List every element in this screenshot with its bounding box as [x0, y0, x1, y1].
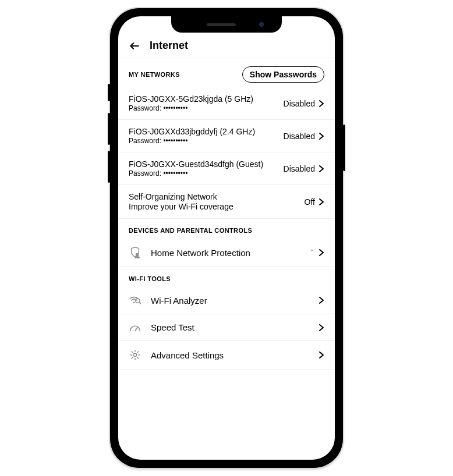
page-title: Internet	[150, 40, 188, 52]
svg-point-2	[133, 301, 135, 303]
network-status: Disabled	[284, 99, 315, 108]
section-header-devices: DEVICES AND PARENTAL CONTROLS	[118, 219, 335, 239]
network-row-guest[interactable]: FiOS-J0GXX-Guestd34sdfgh (Guest) Passwor…	[118, 152, 335, 185]
advanced-settings-label: Advanced Settings	[151, 350, 309, 360]
advanced-settings-row[interactable]: Advanced Settings	[118, 341, 335, 370]
son-title: Self-Organizing Network	[129, 192, 233, 201]
svg-line-4	[139, 303, 141, 304]
section-header-wifi-tools: WI-FI TOOLS	[118, 267, 335, 287]
network-row-5ghz[interactable]: FiOS-J0GXX-5Gd23kjgda (5 GHz) Password: …	[118, 87, 335, 120]
network-name: FiOS-J0GXXd33jbgddyfj (2.4 GHz)	[129, 127, 255, 136]
network-password: Password: ••••••••••	[129, 169, 263, 177]
phone-volume-up	[108, 113, 110, 145]
wifi-search-icon	[129, 295, 141, 306]
son-status: Off	[305, 197, 315, 207]
show-passwords-button[interactable]: Show Passwords	[242, 66, 324, 83]
chevron-right-icon	[318, 296, 324, 304]
app-content: Internet MY NETWORKS Show Passwords FiOS…	[118, 16, 335, 460]
chevron-right-icon	[318, 132, 324, 140]
self-organizing-network-row[interactable]: Self-Organizing Network Improve your Wi-…	[118, 185, 335, 219]
phone-power-button	[343, 125, 345, 171]
home-network-protection-row[interactable]: Home Network Protection '	[118, 239, 335, 267]
speed-test-label: Speed Test	[151, 322, 309, 332]
network-password: Password: ••••••••••	[129, 137, 255, 145]
chevron-right-icon	[318, 165, 324, 173]
son-subtitle: Improve your Wi-Fi coverage	[129, 202, 233, 211]
header: Internet	[118, 40, 335, 58]
svg-point-1	[136, 253, 139, 257]
network-name: FiOS-J0GXX-Guestd34sdfgh (Guest)	[129, 159, 263, 169]
my-networks-label: MY NETWORKS	[129, 71, 180, 78]
network-status: Disabled	[284, 132, 315, 141]
wifi-analyzer-label: Wi-Fi Analyzer	[151, 296, 309, 306]
chevron-right-icon	[318, 100, 324, 108]
gauge-icon	[129, 323, 141, 332]
indicator-dot-icon: '	[312, 248, 313, 257]
speaker	[207, 23, 236, 26]
network-row-24ghz[interactable]: FiOS-J0GXXd33jbgddyfj (2.4 GHz) Password…	[118, 120, 335, 152]
chevron-right-icon	[318, 248, 324, 257]
network-name: FiOS-J0GXX-5Gd23kjgda (5 GHz)	[129, 94, 253, 104]
chevron-right-icon	[318, 198, 324, 206]
phone-frame: Internet MY NETWORKS Show Passwords FiOS…	[110, 8, 343, 468]
svg-line-5	[135, 328, 137, 331]
home-network-protection-label: Home Network Protection	[151, 248, 302, 258]
speed-test-row[interactable]: Speed Test	[118, 314, 335, 341]
gear-icon	[129, 349, 141, 361]
notch	[171, 16, 282, 33]
wifi-analyzer-row[interactable]: Wi-Fi Analyzer	[118, 287, 335, 314]
network-password: Password: ••••••••••	[129, 104, 253, 112]
chevron-right-icon	[318, 324, 324, 332]
chevron-right-icon	[318, 351, 324, 359]
wifi-tools-label: WI-FI TOOLS	[129, 275, 171, 282]
front-camera	[259, 22, 264, 27]
screen: Internet MY NETWORKS Show Passwords FiOS…	[118, 16, 335, 460]
shield-users-icon	[129, 247, 141, 258]
back-arrow-icon[interactable]	[129, 40, 140, 52]
phone-mute-switch	[108, 84, 110, 101]
phone-volume-down	[108, 151, 110, 183]
network-status: Disabled	[284, 164, 315, 173]
section-header-my-networks: MY NETWORKS Show Passwords	[118, 58, 335, 87]
devices-parental-label: DEVICES AND PARENTAL CONTROLS	[129, 227, 252, 234]
svg-point-6	[133, 353, 136, 356]
